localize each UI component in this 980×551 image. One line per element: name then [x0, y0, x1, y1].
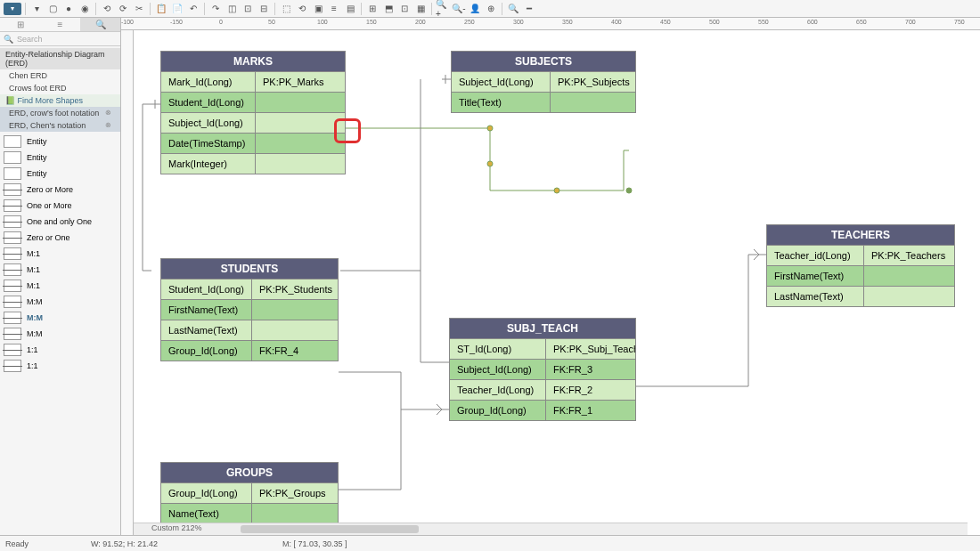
highlight-marker: [334, 118, 361, 143]
entity-marks[interactable]: MARKSMark_Id(Long)PK:PK_MarksStudent_Id(…: [160, 51, 346, 174]
entity-row[interactable]: Subject_Id(Long)FK:FR_3: [450, 359, 635, 379]
shape-zero-or-more[interactable]: Zero or More: [0, 182, 120, 198]
entity-row[interactable]: Mark_Id(Long)PK:PK_Marks: [161, 71, 345, 92]
shape-entity[interactable]: Entity: [0, 166, 120, 182]
toolbar-btn-16[interactable]: ▣: [311, 2, 325, 16]
entity-subjects[interactable]: SUBJECTSSubject_Id(Long)PK:PK_SubjectsTi…: [451, 51, 636, 113]
toolbar-btn-26[interactable]: ⊕: [484, 2, 498, 16]
shape-m:m[interactable]: M:M: [0, 294, 120, 310]
toolbar-btn-21[interactable]: ⊡: [397, 2, 412, 16]
close-icon[interactable]: ⊗: [105, 109, 111, 117]
svg-point-0: [487, 126, 493, 131]
entity-row[interactable]: Group_Id(Long)PK:PK_Groups: [161, 482, 338, 503]
entity-students[interactable]: STUDENTSStudent_Id(Long)PK:PK_StudentsFi…: [160, 258, 339, 361]
main-toolbar: ▾ ▾▢●◉⟲⟳✂📋📄↶↷◫⊡⊟⬚⟲▣≡▤⊞⬒⊡▦🔍+🔍-👤⊕🔍━: [0, 0, 980, 18]
toolbar-btn-2[interactable]: ●: [61, 2, 76, 16]
toolbar-btn-11[interactable]: ◫: [225, 2, 239, 16]
toolbar-btn-12[interactable]: ⊡: [241, 2, 255, 16]
toolbar-btn-7[interactable]: 📋: [154, 2, 168, 16]
toolbar-btn-4[interactable]: ⟲: [100, 2, 114, 16]
entity-row[interactable]: Teacher_id(Long)PK:PK_Teachers: [767, 245, 954, 265]
status-ready: Ready: [5, 539, 29, 548]
tree-header[interactable]: Entity-Relationship Diagram (ERD): [0, 48, 120, 69]
sidebar-tab-list[interactable]: ≡: [40, 18, 80, 31]
shape-entity[interactable]: Entity: [0, 150, 120, 166]
shape-m:1[interactable]: M:1: [0, 262, 120, 278]
entity-row[interactable]: Name(Text): [161, 503, 338, 523]
shape-1:1[interactable]: 1:1: [0, 342, 120, 358]
find-more-shapes[interactable]: 📗 Find More Shapes: [0, 94, 120, 107]
toolbar-btn-19[interactable]: ⊞: [365, 2, 380, 16]
shape-one-and-only-one[interactable]: One and only One: [0, 214, 120, 230]
shape-zero-or-one[interactable]: Zero or One: [0, 230, 120, 246]
toolbar-btn-0[interactable]: ▾: [29, 2, 44, 16]
toolbar-btn-28[interactable]: ━: [522, 2, 536, 16]
entity-teachers[interactable]: TEACHERSTeacher_id(Long)PK:PK_TeachersFi…: [766, 224, 955, 307]
toolbar-btn-13[interactable]: ⊟: [257, 2, 271, 16]
shape-m:m[interactable]: M:M: [0, 326, 120, 342]
lib-crows-foot[interactable]: ERD, crow's foot notation⊗: [0, 107, 120, 119]
horizontal-scrollbar[interactable]: Custom 212%: [134, 523, 968, 535]
entity-header: STUDENTS: [161, 259, 338, 279]
entity-row[interactable]: LastName(Text): [161, 320, 338, 340]
shape-m:m[interactable]: M:M: [0, 310, 120, 326]
shape-one-or-more[interactable]: One or More: [0, 198, 120, 214]
shape-m:1[interactable]: M:1: [0, 246, 120, 262]
close-icon[interactable]: ⊗: [105, 121, 111, 129]
entity-row[interactable]: FirstName(Text): [767, 265, 954, 286]
toolbar-btn-9[interactable]: ↶: [186, 2, 200, 16]
entity-row[interactable]: Date(TimeStamp): [161, 133, 345, 153]
toolbar-btn-10[interactable]: ↷: [208, 2, 223, 16]
entity-row[interactable]: Subject_Id(Long)PK:PK_Subjects: [452, 71, 635, 92]
toolbar-btn-22[interactable]: ▦: [413, 2, 428, 16]
sidebar-tab-search[interactable]: 🔍: [80, 18, 120, 31]
toolbar-btn-15[interactable]: ⟲: [295, 2, 309, 16]
entity-header: SUBJECTS: [452, 52, 635, 71]
toolbar-btn-23[interactable]: 🔍+: [436, 2, 450, 16]
shape-m:1[interactable]: M:1: [0, 278, 120, 294]
toolbar-dropdown[interactable]: ▾: [4, 3, 21, 15]
sidebar-tab-grid[interactable]: ⊞: [0, 18, 40, 31]
entity-row[interactable]: Group_Id(Long)FK:FR_4: [161, 340, 338, 361]
svg-point-3: [626, 188, 632, 193]
shape-palette: EntityEntityEntityZero or MoreOne or Mor…: [0, 134, 120, 374]
tree-item-chen[interactable]: Chen ERD: [0, 69, 120, 82]
entity-groups[interactable]: GROUPSGroup_Id(Long)PK:PK_GroupsName(Tex…: [160, 462, 339, 524]
toolbar-btn-27[interactable]: 🔍: [506, 2, 520, 16]
entity-row[interactable]: Mark(Integer): [161, 153, 345, 174]
entity-header: GROUPS: [161, 463, 338, 482]
entity-row[interactable]: Subject_Id(Long): [161, 112, 345, 133]
toolbar-btn-8[interactable]: 📄: [170, 2, 184, 16]
toolbar-btn-14[interactable]: ⬚: [279, 2, 293, 16]
tree-item-crows[interactable]: Crows foot ERD: [0, 82, 120, 94]
lib-chen[interactable]: ERD, Chen's notation⊗: [0, 119, 120, 132]
shape-1:1[interactable]: 1:1: [0, 358, 120, 374]
toolbar-btn-17[interactable]: ≡: [327, 2, 341, 16]
entity-header: TEACHERS: [767, 225, 954, 245]
entity-row[interactable]: Student_Id(Long)PK:PK_Students: [161, 279, 338, 299]
scrollbar-thumb[interactable]: [241, 525, 419, 533]
vertical-ruler: [121, 30, 134, 535]
toolbar-btn-5[interactable]: ⟳: [116, 2, 130, 16]
toolbar-btn-6[interactable]: ✂: [132, 2, 146, 16]
entity-subj_teach[interactable]: SUBJ_TEACHST_Id(Long)PK:PK_Subj_TeachSub…: [449, 318, 636, 421]
toolbar-btn-25[interactable]: 👤: [468, 2, 482, 16]
status-mouse: M: [ 71.03, 30.35 ]: [282, 539, 347, 548]
entity-row[interactable]: LastName(Text): [767, 286, 954, 306]
entity-row[interactable]: FirstName(Text): [161, 299, 338, 320]
toolbar-btn-1[interactable]: ▢: [45, 2, 60, 16]
status-bar: Ready W: 91.52; H: 21.42 M: [ 71.03, 30.…: [0, 535, 980, 551]
toolbar-btn-18[interactable]: ▤: [343, 2, 357, 16]
canvas[interactable]: MARKSMark_Id(Long)PK:PK_MarksStudent_Id(…: [134, 30, 980, 535]
entity-row[interactable]: Student_Id(Long): [161, 92, 345, 112]
toolbar-btn-3[interactable]: ◉: [78, 2, 92, 16]
entity-row[interactable]: Teacher_Id(Long)FK:FR_2: [450, 379, 635, 400]
toolbar-btn-20[interactable]: ⬒: [381, 2, 396, 16]
search-box[interactable]: 🔍 Search: [0, 32, 120, 46]
svg-point-2: [554, 188, 559, 193]
shape-entity[interactable]: Entity: [0, 134, 120, 150]
entity-row[interactable]: ST_Id(Long)PK:PK_Subj_Teach: [450, 338, 635, 359]
entity-row[interactable]: Title(Text): [452, 92, 635, 112]
toolbar-btn-24[interactable]: 🔍-: [452, 2, 466, 16]
entity-row[interactable]: Group_Id(Long)FK:FR_1: [450, 400, 635, 420]
